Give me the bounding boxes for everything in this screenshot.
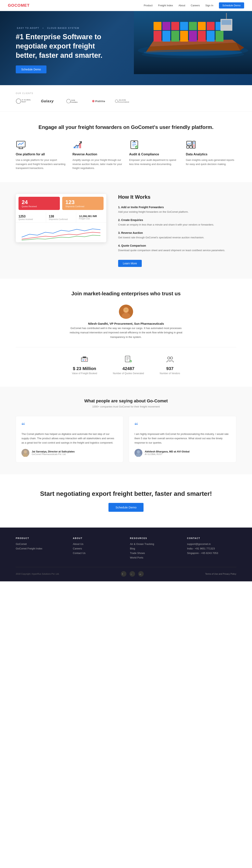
- footer-terms-link[interactable]: Terms of Use and Privacy Policy: [205, 573, 236, 575]
- testimonials-subtitle: 1000+ companies trust GoComet for their …: [16, 405, 236, 408]
- nav-about[interactable]: About: [179, 4, 185, 7]
- trust-stat-num-2: 937: [160, 366, 180, 371]
- one-platform-icon: [16, 140, 26, 150]
- hero-schedule-demo-button[interactable]: Schedule Demo: [16, 65, 46, 73]
- dash-chart: [16, 223, 106, 242]
- footer-col-about: ABOUT About Us Careers Contact Us: [73, 537, 122, 561]
- dash-shipments-label: Shipments Confirmed: [65, 206, 100, 208]
- svg-rect-9: [180, 31, 188, 41]
- vendors-icon: [160, 355, 180, 365]
- trust-stat-label-1: Number of Quotes Generated: [113, 372, 144, 375]
- footer-phone-sg: Singapore - +65 8243 7053: [187, 552, 236, 555]
- svg-rect-15: [163, 22, 170, 30]
- footer-link-blog[interactable]: Blog: [130, 547, 179, 550]
- svg-rect-10: [189, 31, 197, 41]
- svg-rect-58: [81, 358, 87, 362]
- svg-rect-60: [85, 360, 86, 361]
- nav-signin[interactable]: Sign In: [205, 4, 213, 7]
- trust-section: Join market-leading enterprises who trus…: [0, 279, 252, 386]
- nav-product[interactable]: Product: [144, 4, 152, 7]
- svg-point-31: [67, 99, 70, 103]
- hero-badge-part1: EASY TO ADOPT: [17, 27, 39, 29]
- client-logo-4: SILICONConsolidated: [115, 98, 132, 104]
- learn-more-button[interactable]: Learn More: [118, 260, 142, 267]
- svg-rect-7: [163, 31, 170, 41]
- t-company-1: AI GLOBAL RUST: [145, 453, 190, 455]
- dash-stat-quotes: 1253 Quotes received: [16, 213, 46, 222]
- hero-badge: EASY TO ADOPT • CLOUD BASED SYSTEM: [16, 27, 118, 29]
- svg-rect-12: [207, 31, 215, 41]
- footer-link-about-us[interactable]: About Us: [73, 542, 122, 546]
- svg-rect-14: [153, 22, 161, 30]
- trust-stat-label-0: Value of Freight Booked: [72, 372, 97, 375]
- logo-comet: COMET: [14, 3, 30, 7]
- t-name-0: Jai Sarvaiya, Director at Salicylates: [32, 450, 75, 453]
- testimonials-section: What people are saying about Go-Comet 10…: [0, 386, 252, 474]
- footer-link-trade-shows[interactable]: Trade Shows: [130, 552, 179, 555]
- footer-link-tracking[interactable]: Air & Ocean Tracking: [130, 542, 179, 546]
- svg-rect-43: [79, 144, 81, 148]
- cta-title: Start negotiating export freight better,…: [16, 490, 236, 497]
- svg-text:SUN: SUN: [71, 99, 75, 101]
- svg-rect-51: [193, 144, 194, 148]
- trust-stat-label-2: Number of Vendors: [160, 372, 180, 375]
- step-num-2: 3: [118, 231, 120, 235]
- svg-point-36: [115, 100, 118, 102]
- footer-legal: Terms of Use and Privacy Policy: [205, 573, 236, 575]
- footer-col-title-2: RESOURCES: [130, 537, 179, 539]
- social-links: f t in: [121, 571, 144, 577]
- svg-rect-42: [76, 145, 78, 148]
- t-author-info-1: Akhilesh Bhargava, MD at AVI Global AI G…: [145, 450, 190, 455]
- footer-link-gocomet[interactable]: GoComet: [16, 542, 65, 546]
- step-num-0: 1: [118, 206, 120, 209]
- logo[interactable]: GOCOMET: [8, 3, 30, 8]
- clients-label: OUR CLIENTS: [16, 92, 236, 94]
- navbar: GOCOMET Product Freight Index About Care…: [0, 0, 252, 11]
- trust-stats: $ 23 Million Value of Freight Booked 424…: [16, 347, 236, 375]
- svg-rect-19: [198, 22, 206, 30]
- footer-link-freight-index[interactable]: GoComet Freight Index: [16, 547, 65, 550]
- social-facebook[interactable]: f: [121, 571, 127, 577]
- svg-rect-24: [221, 20, 231, 25]
- logo-go: GO: [8, 3, 14, 7]
- svg-text:SILICON: SILICON: [119, 99, 126, 101]
- trust-title: Join market-leading enterprises who trus…: [16, 290, 236, 297]
- footer-link-contact[interactable]: Contact Us: [73, 552, 122, 555]
- social-linkedin[interactable]: in: [138, 571, 144, 577]
- trust-stat-1: 42487 Number of Quotes Generated: [113, 355, 144, 375]
- footer-link-careers[interactable]: Careers: [73, 547, 122, 550]
- trust-stat-2: 937 Number of Vendors: [160, 355, 180, 375]
- svg-point-45: [135, 146, 138, 149]
- nav-careers[interactable]: Careers: [191, 4, 200, 7]
- dash-card-quotes: 24 Quotes Received: [19, 197, 60, 210]
- features-grid: One platform for all Use a single platfo…: [16, 140, 236, 170]
- data-analytics-icon: [186, 140, 196, 150]
- t-text-1: I am highly impressed with GoComet for p…: [135, 432, 230, 445]
- how-step-2: 2. Create Enquiries Create an enquiry in…: [118, 218, 236, 227]
- svg-text:t: t: [131, 573, 132, 575]
- feature-title-0: One platform for all: [16, 153, 66, 156]
- footer-phone-india: India - +91 9651 771323: [187, 547, 236, 550]
- feature-one-platform: One platform for all Use a single platfo…: [16, 140, 66, 170]
- svg-text:in: in: [140, 573, 141, 575]
- t-company-0: GoComet Pharmaceuticals Pvt. Ltd.: [32, 453, 75, 455]
- testimonial-text: GoComet has contributed well in the way …: [67, 326, 185, 339]
- social-twitter[interactable]: t: [130, 571, 135, 577]
- svg-rect-59: [82, 360, 84, 361]
- svg-point-34: [92, 100, 95, 102]
- feature-reverse-auction: Reverse Auction Amplify savings on your …: [72, 140, 123, 170]
- hero-badge-sep: •: [43, 27, 44, 29]
- feature-desc-2: Empower your audit department to spend l…: [129, 158, 180, 166]
- testimonial-box-0: “ The Comet platform has helped us digit…: [16, 416, 123, 463]
- dash-header: 24 Quotes Received 123 Shipments Confirm…: [16, 194, 106, 213]
- nav-schedule-demo-button[interactable]: Schedule Demo: [219, 2, 244, 8]
- cta-schedule-demo-button[interactable]: Schedule Demo: [108, 503, 144, 512]
- how-step-title-2: 3. Reverse Auction: [118, 231, 236, 235]
- testimonials-grid: “ The Comet platform has helped us digit…: [16, 416, 236, 463]
- hero-section: EASY TO ADOPT • CLOUD BASED SYSTEM #1 En…: [0, 11, 252, 85]
- t-author-info-0: Jai Sarvaiya, Director at Salicylates Go…: [32, 450, 75, 455]
- nav-freight-index[interactable]: Freight Index: [158, 4, 173, 7]
- footer-link-world-ports[interactable]: World Ports: [130, 556, 179, 559]
- svg-point-26: [144, 50, 242, 55]
- svg-rect-6: [153, 31, 161, 41]
